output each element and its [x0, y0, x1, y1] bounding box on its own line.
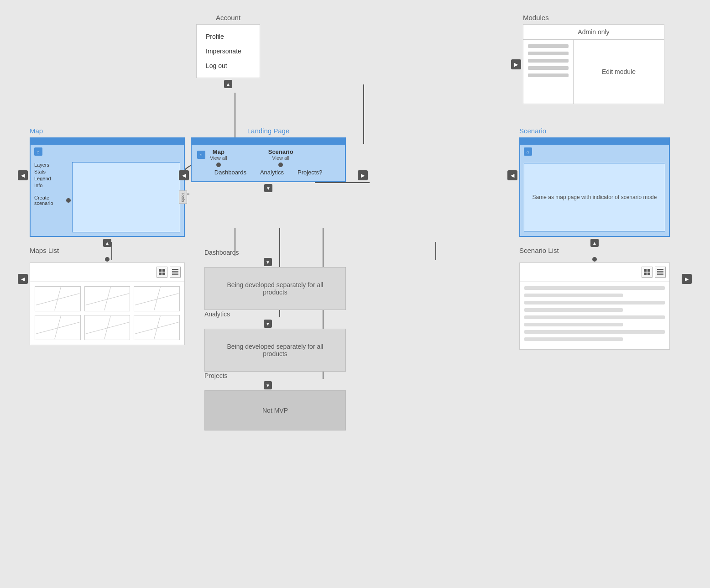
map-thumb-2[interactable]	[84, 286, 131, 311]
scenario-up-arrow[interactable]: ▲	[590, 239, 599, 247]
map-title: Map	[30, 127, 185, 135]
nav-map-sub: View all	[210, 155, 227, 161]
module-line-1	[528, 44, 569, 48]
map-left-arrow[interactable]: ◀	[18, 170, 28, 180]
landing-secondary-nav: Dashboards Analytics Projects?	[192, 164, 345, 181]
landing-header	[192, 138, 345, 145]
map-up-arrow[interactable]: ▲	[103, 239, 111, 247]
secondary-analytics[interactable]: Analytics	[260, 169, 284, 176]
scenario-nav: ⌂	[520, 145, 669, 158]
map-nav-dot	[216, 163, 221, 167]
menu-item-logout[interactable]: Log out	[197, 58, 260, 73]
svg-rect-25	[657, 274, 663, 275]
s-line-7	[524, 330, 665, 334]
svg-rect-18	[644, 269, 647, 272]
scenario-header	[520, 138, 669, 145]
s-line-4	[524, 308, 623, 312]
sidebar-info: Info	[34, 183, 68, 188]
map-thumb-3[interactable]	[134, 286, 180, 311]
map-box: ⌂ Layers Stats Legend Info Create scenar…	[30, 137, 185, 237]
scenario-list-btn[interactable]	[655, 267, 666, 278]
module-line-3	[528, 59, 569, 63]
account-section: Account Profile Impersonate Log out ▲	[196, 14, 260, 88]
scenario-inner: Same as map page with indicator of scena…	[524, 163, 665, 231]
svg-rect-20	[644, 273, 647, 275]
map-header	[31, 138, 184, 145]
map-thumb-6[interactable]	[134, 315, 180, 340]
svg-rect-15	[172, 271, 178, 272]
s-line-1	[524, 286, 665, 290]
landing-box: ⌂ Map View all Scenario View all Dashboa…	[191, 137, 346, 182]
svg-rect-13	[162, 273, 165, 275]
s-line-8	[524, 337, 623, 341]
dashboards-title: Dashboards	[204, 249, 346, 256]
analytics-content: Being developed separately for all produ…	[214, 343, 336, 357]
landing-left-arrow[interactable]: ◀	[179, 170, 189, 180]
analytics-section: Analytics ▼ Being developed separately f…	[204, 310, 346, 372]
modules-right-arrow[interactable]: ▶	[511, 59, 521, 69]
menu-item-impersonate[interactable]: Impersonate	[197, 44, 260, 58]
nav-item-map: Map View all	[210, 148, 227, 161]
scenario-home-icon[interactable]: ⌂	[524, 147, 532, 156]
landing-nav-group: Map View all Scenario View all	[210, 148, 339, 161]
map-main-area: Tools	[72, 162, 180, 232]
svg-rect-24	[657, 273, 663, 273]
secondary-projects[interactable]: Projects?	[298, 169, 322, 176]
projects-title: Projects	[204, 372, 346, 379]
map-home-icon[interactable]: ⌂	[34, 147, 42, 156]
dashboards-content: Being developed separately for all produ…	[214, 281, 336, 296]
edit-module-label: Edit module	[602, 68, 636, 75]
sidebar-layers: Layers	[34, 162, 68, 168]
projects-section: Projects ▼ Not MVP	[204, 372, 346, 430]
svg-rect-21	[647, 273, 650, 275]
s-line-3	[524, 301, 665, 304]
map-create[interactable]: Create scenario	[34, 195, 68, 206]
scenario-list-top-dot	[592, 257, 597, 262]
scenario-lines	[520, 282, 669, 349]
scenario-content: Same as map page with indicator of scena…	[520, 158, 669, 236]
dashboards-down-arrow[interactable]: ▼	[264, 258, 272, 266]
svg-rect-10	[159, 269, 162, 272]
maps-list-box	[30, 262, 185, 345]
dashboards-box: Being developed separately for all produ…	[204, 267, 346, 310]
scenario-list-header	[520, 263, 669, 282]
scenario-list-right-arrow[interactable]: ▶	[682, 274, 692, 284]
list-view-btn[interactable]	[170, 267, 181, 278]
map-content: Layers Stats Legend Info Create scenario…	[31, 158, 184, 236]
analytics-down-arrow[interactable]: ▼	[264, 320, 272, 328]
landing-nav: ⌂ Map View all Scenario View all	[192, 145, 345, 164]
scenario-title: Scenario	[519, 127, 670, 135]
maps-list-title: Maps List	[30, 247, 185, 254]
landing-down-arrow[interactable]: ▼	[264, 184, 272, 192]
grid-view-btn[interactable]	[157, 267, 167, 278]
account-title: Account	[196, 14, 260, 21]
scenario-grid-btn[interactable]	[642, 267, 653, 278]
modules-box: Admin only Edit module	[523, 24, 664, 104]
secondary-dashboards[interactable]: Dashboards	[214, 169, 246, 176]
s-line-6	[524, 323, 623, 326]
svg-rect-19	[647, 269, 650, 272]
scenario-description: Same as map page with indicator of scena…	[532, 194, 657, 200]
map-thumb-5[interactable]	[84, 315, 131, 340]
modules-list-panel	[523, 40, 574, 104]
maps-list-left-arrow[interactable]: ◀	[18, 274, 28, 284]
projects-down-arrow[interactable]: ▼	[264, 381, 272, 389]
landing-home-icon[interactable]: ⌂	[197, 151, 205, 159]
modules-content: Edit module	[523, 40, 664, 104]
map-thumb-1[interactable]	[35, 286, 81, 311]
map-nav: ⌂	[31, 145, 184, 158]
create-connector-dot	[66, 198, 71, 203]
analytics-title: Analytics	[204, 310, 346, 318]
nav-scenario-label: Scenario	[268, 148, 293, 155]
scenario-left-arrow[interactable]: ◀	[507, 170, 517, 180]
menu-item-profile[interactable]: Profile	[197, 29, 260, 44]
analytics-box: Being developed separately for all produ…	[204, 329, 346, 372]
projects-box: Not MVP	[204, 390, 346, 430]
landing-section: Landing Page ▶ ◀ ⌂ Map View all Scenario…	[191, 127, 346, 192]
landing-right-arrow[interactable]: ▶	[358, 170, 368, 180]
map-sidebar: Layers Stats Legend Info Create scenario	[34, 162, 68, 232]
landing-title: Landing Page	[191, 127, 346, 135]
account-up-arrow[interactable]: ▲	[224, 80, 232, 88]
map-thumb-4[interactable]	[35, 315, 81, 340]
modules-edit-panel: Edit module	[574, 40, 664, 104]
